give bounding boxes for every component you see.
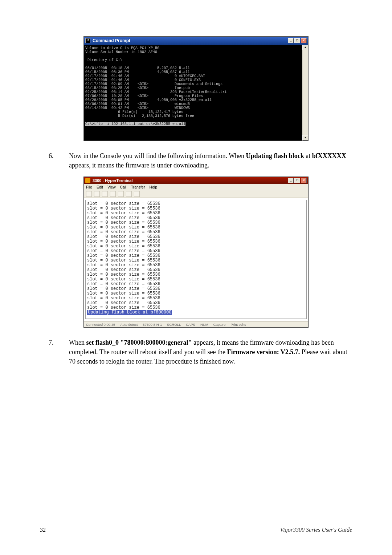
step-7-number: 7. [59, 338, 69, 347]
minimize-button[interactable]: _ [288, 38, 294, 43]
hyper-toolbar [84, 190, 308, 198]
receive-icon[interactable] [126, 191, 132, 197]
step-6-paragraph: 6.Now in the Console you will find the f… [69, 151, 352, 170]
hyper-titlebar: 3300 - HyperTerminal _ □ × [84, 177, 308, 184]
hyperterminal-icon [85, 178, 90, 183]
status-cell-1: Auto detect [120, 323, 138, 327]
send-icon[interactable] [118, 191, 124, 197]
status-cell-4: CAPS [186, 323, 195, 327]
cmd-icon: c\ [85, 38, 90, 43]
menu-help[interactable]: Help [149, 185, 157, 189]
scroll-up-button[interactable]: ▴ [302, 45, 308, 50]
hyper-title: 3300 - HyperTerminal [93, 178, 288, 183]
cmd-volume-line: Volume in drive C is PQA-PC1-XP_5G [85, 46, 159, 50]
close-button[interactable]: × [301, 178, 307, 183]
new-icon[interactable] [86, 191, 92, 197]
status-cell-5: NUM [200, 323, 208, 327]
minimize-button[interactable]: _ [288, 178, 294, 183]
cmd-scrollbar[interactable]: ▴ ▾ [302, 45, 308, 141]
step-6-text-1: Now in the Console you will find the fol… [69, 152, 246, 159]
status-cell-2: 57600 8-N-1 [143, 323, 162, 327]
page-footer: 32 Vigor3300 Series User's Guide [40, 527, 352, 533]
maximize-button[interactable]: □ [294, 38, 300, 43]
step-6-text-3: appears, it means the firmware is under … [69, 162, 209, 169]
slot-lines: slot = 0 sector size = 65536 slot = 0 se… [87, 202, 305, 310]
cmd-window-controls: _ □ × [288, 38, 307, 43]
status-cell-6: Capture [213, 323, 226, 327]
step-6-number: 6. [59, 151, 69, 161]
guide-title: Vigor3300 Series User's Guide [280, 527, 352, 533]
menu-call[interactable]: Call [120, 185, 127, 189]
step-7-text-1: When [69, 339, 86, 346]
step-6-bold-1: Updating flash block [246, 152, 304, 159]
cmd-titlebar: c\ Command Prompt _ □ × [84, 37, 308, 45]
cmd-prompt-line: C:\>tftp -i 192.168.1.1 put c:\v3k32255_… [85, 122, 185, 126]
hyper-window-controls: _ □ × [288, 178, 307, 183]
maximize-button[interactable]: □ [294, 178, 300, 183]
open-icon[interactable] [94, 191, 100, 197]
connect-icon[interactable] [102, 191, 108, 197]
page-number: 32 [40, 527, 46, 533]
scroll-down-button[interactable]: ▾ [302, 135, 308, 141]
disconnect-icon[interactable] [110, 191, 116, 197]
step-7-bold-2: Firmware version: V2.5.7. [227, 348, 300, 356]
cmd-listing: 05/01/2005 03:18 AM 5,207,082 5.all 06/1… [85, 66, 227, 118]
cmd-dirof: Directory of C:\ [85, 58, 122, 62]
menu-transfer[interactable]: Transfer [131, 185, 145, 189]
properties-icon[interactable] [134, 191, 140, 197]
cmd-title: Command Prompt [93, 38, 288, 43]
menu-file[interactable]: File [86, 185, 92, 189]
menu-view[interactable]: View [107, 185, 116, 189]
command-prompt-window: c\ Command Prompt _ □ × Volume in drive … [83, 36, 309, 141]
close-button[interactable]: × [301, 38, 307, 43]
cmd-output: Volume in drive C is PQA-PC1-XP_5G Volum… [84, 45, 302, 141]
hyperterminal-window: 3300 - HyperTerminal _ □ × FileEditViewC… [83, 177, 309, 328]
cmd-body: Volume in drive C is PQA-PC1-XP_5G Volum… [84, 45, 308, 141]
status-cell-0: Connected 0:00:45 [86, 323, 115, 327]
hyper-statusbar: Connected 0:00:45Auto detect57600 8-N-1S… [84, 321, 308, 327]
updating-flash-line: Updating flash block at bf800000 [87, 310, 172, 315]
step-6-bold-2: bfXXXXXX [312, 152, 346, 159]
hyper-terminal-inner: slot = 0 sector size = 65536 slot = 0 se… [85, 200, 307, 319]
status-cell-7: Print echo [231, 323, 246, 327]
status-cell-3: SCROLL [167, 323, 181, 327]
hyper-menubar[interactable]: FileEditViewCallTransferHelp [84, 184, 308, 190]
step-7-paragraph: 7.When set flash0_0 "780000:800000:gener… [69, 338, 352, 366]
hyper-terminal-body: slot = 0 sector size = 65536 slot = 0 se… [84, 198, 308, 321]
step-6-text-2: at [304, 152, 312, 159]
cmd-serial-line: Volume Serial Number is 1802-AF40 [85, 50, 157, 54]
menu-edit[interactable]: Edit [97, 185, 103, 189]
step-7-bold-1: set flash0_0 "780000:800000:general" [86, 339, 192, 346]
